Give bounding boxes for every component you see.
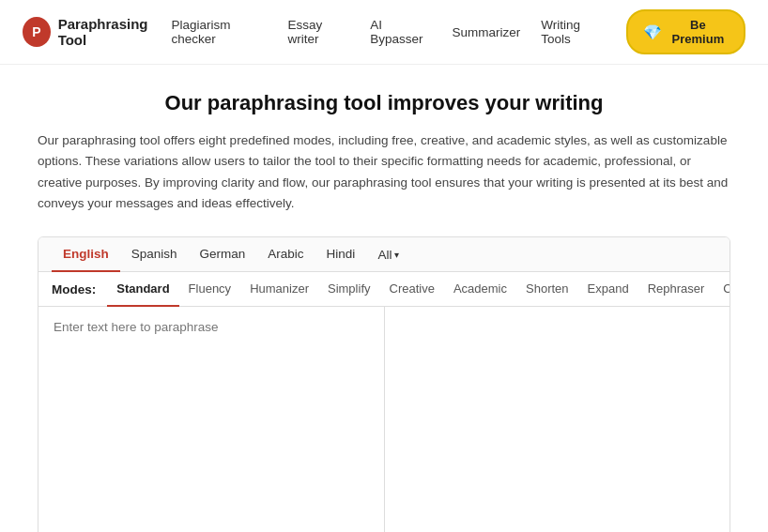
mode-tab-creative[interactable]: Creative	[380, 272, 444, 307]
chevron-down-icon: ▾	[394, 250, 399, 260]
mode-tab-simplify[interactable]: Simplify	[318, 272, 380, 307]
mode-tab-expand[interactable]: Expand	[578, 272, 638, 307]
nav-essay-writer[interactable]: Essay writer	[288, 18, 350, 46]
lang-tab-all[interactable]: All ▾	[366, 238, 410, 271]
input-textarea[interactable]	[54, 320, 369, 532]
mode-tab-custom[interactable]: Custom	[714, 272, 730, 307]
logo-icon: P	[23, 17, 51, 47]
nav-writing-tools[interactable]: Writing Tools	[541, 18, 606, 46]
mode-tabs: Modes: Standard Fluency Humanizer Simpli…	[38, 272, 730, 307]
mode-tab-fluency[interactable]: Fluency	[179, 272, 241, 307]
mode-tab-rephraser[interactable]: Rephraser	[638, 272, 714, 307]
nav-plagiarism-checker[interactable]: Plagiarism checker	[172, 18, 268, 46]
tool-box: English Spanish German Arabic Hindi All …	[38, 236, 730, 532]
lang-tab-english[interactable]: English	[52, 237, 120, 272]
page-title: Our paraphrasing tool improves your writ…	[38, 91, 730, 115]
main-content: Our paraphrasing tool improves your writ…	[0, 65, 768, 532]
lang-tab-german[interactable]: German	[189, 237, 257, 272]
diamond-icon: 💎	[643, 23, 662, 41]
mode-tab-academic[interactable]: Academic	[444, 272, 516, 307]
mode-tab-standard[interactable]: Standard	[107, 272, 178, 307]
nav-ai-bypasser[interactable]: AI Bypasser	[370, 18, 431, 46]
logo-text: Paraphrasing Tool	[58, 16, 172, 48]
lang-tab-hindi[interactable]: Hindi	[315, 237, 367, 272]
mode-tab-humanizer[interactable]: Humanizer	[240, 272, 318, 307]
page-description: Our paraphrasing tool offers eight prede…	[38, 130, 730, 214]
lang-tab-arabic[interactable]: Arabic	[256, 237, 315, 272]
nav-summarizer[interactable]: Summarizer	[452, 25, 520, 39]
language-tabs: English Spanish German Arabic Hindi All …	[38, 237, 730, 272]
lang-tab-spanish[interactable]: Spanish	[120, 237, 189, 272]
editor-left	[38, 307, 385, 532]
editor-right	[385, 307, 730, 532]
header-nav: Plagiarism checker Essay writer AI Bypas…	[172, 9, 745, 54]
premium-button[interactable]: 💎 Be Premium	[626, 9, 745, 54]
editor-row	[38, 307, 730, 532]
logo[interactable]: P Paraphrasing Tool	[23, 16, 172, 48]
header: P Paraphrasing Tool Plagiarism checker E…	[0, 0, 768, 65]
modes-label: Modes:	[52, 273, 103, 306]
mode-tab-shorten[interactable]: Shorten	[516, 272, 578, 307]
